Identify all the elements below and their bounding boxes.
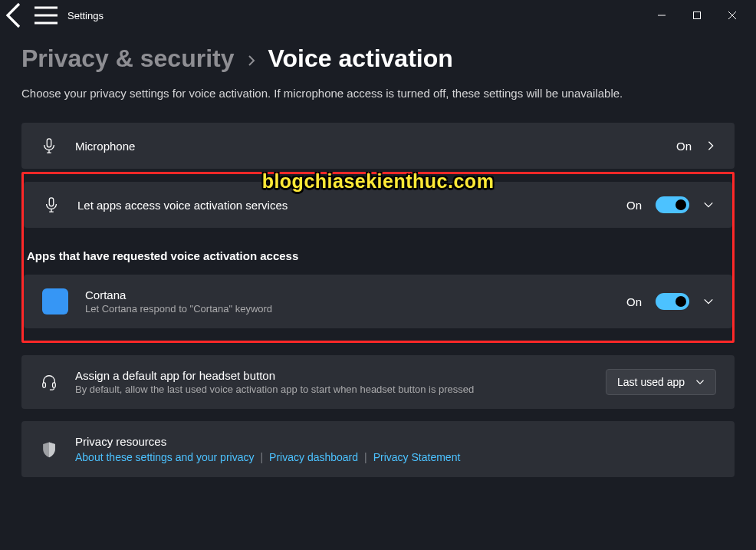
headset-title: Assign a default app for headset button [75,369,589,382]
chevron-right-icon [705,140,716,151]
cortana-app-icon [42,288,68,315]
chevron-down-icon [703,296,714,307]
link-about-settings[interactable]: About these settings and your privacy [75,451,254,463]
minimize-button[interactable] [644,0,679,31]
shield-icon [40,440,58,459]
back-button[interactable] [0,0,31,31]
breadcrumb-parent[interactable]: Privacy & security [21,44,235,73]
microphone-status: On [676,140,692,153]
headset-select-label: Last used app [617,376,685,388]
maximize-button[interactable] [679,0,715,31]
breadcrumb: Privacy & security Voice activation [21,44,735,73]
svg-rect-3 [43,383,46,387]
page-title: Voice activation [268,44,453,73]
titlebar [0,0,756,31]
svg-rect-1 [47,139,51,147]
voice-access-label: Let apps access voice activation service… [77,199,610,212]
voice-access-toggle[interactable] [656,196,689,213]
headset-select[interactable]: Last used app [606,369,716,395]
chevron-down-icon [703,199,714,210]
svg-rect-4 [53,383,56,387]
cortana-status: On [626,295,642,308]
microphone-row[interactable]: Microphone On [21,123,735,169]
voice-access-row[interactable]: Let apps access voice activation service… [24,182,732,228]
cortana-toggle[interactable] [656,293,689,310]
cortana-title: Cortana [85,288,610,301]
apps-section-heading: Apps that have requested voice activatio… [27,249,732,262]
hamburger-menu-button[interactable] [31,0,61,31]
resources-title: Privacy resources [75,435,716,448]
app-title: Settings [67,10,104,21]
microphone-icon [40,137,58,155]
microphone-label: Microphone [75,140,659,153]
link-privacy-dashboard[interactable]: Privacy dashboard [269,451,358,463]
privacy-resources-row[interactable]: Privacy resources About these settings a… [21,421,735,477]
microphone-icon [42,196,61,214]
chevron-right-icon [245,50,258,71]
chevron-down-icon [695,377,705,387]
highlighted-section: Let apps access voice activation service… [21,172,735,343]
cortana-row[interactable]: Cortana Let Cortana respond to "Cortana"… [24,275,732,328]
voice-access-status: On [626,199,642,212]
svg-rect-0 [694,12,701,19]
headset-row[interactable]: Assign a default app for headset button … [21,355,735,409]
headset-icon [40,373,58,391]
svg-rect-2 [49,198,54,206]
close-button[interactable] [715,0,750,31]
link-privacy-statement[interactable]: Privacy Statement [373,451,461,463]
resources-links: About these settings and your privacy | … [75,451,716,463]
cortana-sub: Let Cortana respond to "Cortana" keyword [85,303,610,315]
page-description: Choose your privacy settings for voice a… [21,87,735,100]
headset-sub: By default, allow the last used voice ac… [75,384,589,395]
